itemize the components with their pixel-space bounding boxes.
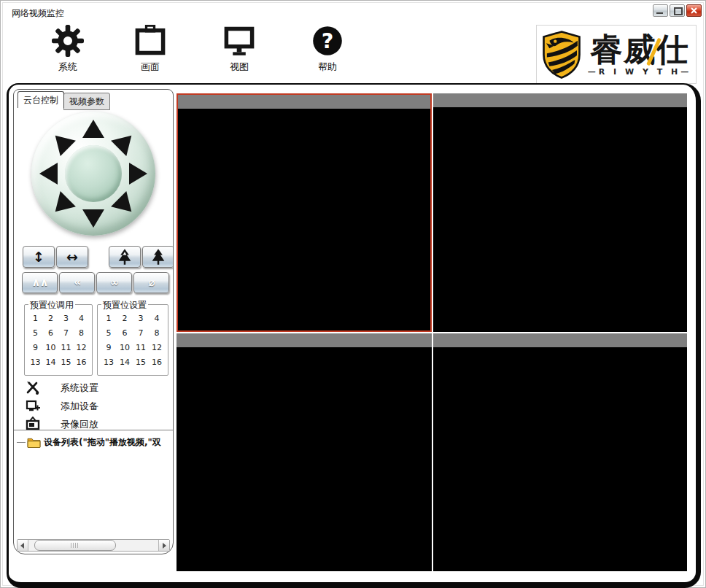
preset-set-number[interactable]: 6 — [117, 328, 133, 338]
minimize-button[interactable] — [653, 4, 668, 17]
preset-call-number[interactable]: 1 — [28, 314, 43, 323]
device-tree: 设备列表("拖动"播放视频,"双 — [14, 430, 173, 538]
brand-latin: —R I W Y T H— — [588, 67, 692, 77]
scroll-track[interactable] — [28, 540, 158, 551]
preset-call-number[interactable]: 5 — [28, 328, 43, 338]
preset-set-number[interactable]: 1 — [101, 314, 117, 323]
help-icon: ? — [311, 25, 344, 57]
video-cell-2[interactable] — [433, 93, 687, 332]
ptz-center-knob[interactable] — [65, 145, 122, 202]
toolbar-label-screen: 画面 — [123, 61, 178, 74]
toolbar-button-help[interactable]: ? 帮助 — [300, 25, 355, 74]
scroll-right-button[interactable] — [158, 540, 169, 551]
preset-call-number[interactable]: 11 — [58, 343, 74, 352]
device-tree-root[interactable]: 设备列表("拖动"播放视频,"双 — [17, 436, 171, 449]
video-cell-3[interactable] — [176, 333, 432, 571]
preset-call-grid: 12345678910111213141516 — [25, 305, 92, 371]
gear-icon — [52, 25, 84, 57]
toolbar-button-view[interactable]: 视图 — [212, 25, 267, 74]
preset-call-number[interactable]: 6 — [43, 328, 58, 338]
preset-set-number[interactable]: 11 — [133, 343, 149, 352]
preset-set-grid: 12345678910111213141516 — [98, 305, 168, 371]
toolbar-button-system[interactable]: 系统 — [40, 25, 96, 74]
menu-item-system-settings[interactable]: 系统设置 — [14, 379, 173, 397]
scroll-right-icon — [163, 543, 166, 549]
close-button[interactable] — [686, 4, 702, 17]
preset-set-number[interactable]: 13 — [101, 357, 117, 367]
preset-call-number[interactable]: 7 — [58, 328, 74, 338]
video-cell-1[interactable] — [176, 93, 432, 332]
preset-set-number[interactable]: 9 — [101, 343, 117, 352]
preset-set-number[interactable]: 14 — [117, 357, 133, 367]
monitor-icon — [223, 25, 255, 57]
menu-item-add-device[interactable]: 添加设备 — [14, 397, 173, 415]
toolbar-label-view: 视图 — [212, 61, 267, 74]
preset-set-number[interactable]: 15 — [133, 357, 149, 367]
minimize-icon — [656, 12, 663, 14]
maximize-icon — [674, 7, 683, 15]
preset-call-number[interactable]: 2 — [43, 314, 58, 323]
preset-call-number[interactable]: 16 — [74, 357, 89, 367]
brand-name: 睿威仕 — [588, 33, 692, 66]
horizontal-arrows-icon: ↔ — [66, 250, 78, 264]
video-cell-4-titlebar — [433, 333, 687, 347]
preset-call-number[interactable]: 15 — [58, 357, 74, 367]
up-left-arrow-icon — [47, 128, 76, 156]
preset-set-number[interactable]: 7 — [133, 328, 149, 338]
playback-icon — [26, 417, 40, 431]
preset-set-number[interactable]: 2 — [117, 314, 133, 323]
diameter-icon: ⌀ — [148, 277, 154, 288]
focus-near-icon: « — [74, 277, 80, 288]
preset-set-number[interactable]: 3 — [133, 314, 149, 323]
zoom-out-button[interactable] — [142, 246, 174, 268]
iris-icon: ∧∧ — [31, 277, 47, 288]
tab-ptz-control[interactable]: 云台控制 — [18, 91, 64, 108]
preset-call-number[interactable]: 8 — [74, 328, 89, 338]
preset-call-number[interactable]: 9 — [28, 343, 43, 352]
vertical-arrows-icon: ↕ — [33, 250, 44, 264]
preset-call-number[interactable]: 13 — [28, 357, 43, 367]
window-title: 网络视频监控 — [12, 7, 64, 20]
preset-set-number[interactable]: 10 — [117, 343, 133, 352]
preset-set-number[interactable]: 4 — [149, 314, 165, 323]
add-device-icon — [26, 398, 40, 413]
focus-near-button[interactable]: « — [59, 272, 95, 293]
video-cell-1-titlebar — [178, 95, 430, 109]
toolbar-button-screen[interactable]: 画面 — [123, 25, 178, 74]
scroll-left-button[interactable] — [18, 540, 28, 551]
vertical-scan-button[interactable]: ↕ — [23, 246, 55, 268]
preset-set-number[interactable]: 5 — [101, 328, 117, 338]
infinity-icon: ∞ — [110, 277, 119, 288]
menu-label-system-settings: 系统设置 — [61, 382, 98, 395]
zoom-in-button[interactable] — [109, 246, 141, 268]
picture-frame-icon — [134, 25, 166, 57]
preset-set-number[interactable]: 12 — [149, 343, 165, 352]
window-titlebar[interactable]: 网络视频监控 — [1, 1, 705, 23]
preset-call-number[interactable]: 10 — [43, 343, 58, 352]
svg-text:?: ? — [322, 28, 334, 53]
eagle-shield-icon — [541, 30, 582, 80]
preset-call-number[interactable]: 4 — [74, 314, 89, 323]
maximize-button[interactable] — [670, 4, 685, 17]
main-content: 云台控制 视频参数 ↕ ↔ — [7, 83, 701, 588]
brand-text-block: 睿威仕 —R I W Y T H— — [588, 33, 692, 77]
video-cell-2-titlebar — [433, 93, 687, 107]
preset-call-number[interactable]: 12 — [74, 343, 89, 352]
video-cell-3-titlebar — [176, 333, 432, 347]
preset-set-number[interactable]: 16 — [149, 357, 165, 367]
scroll-thumb[interactable] — [34, 540, 116, 551]
horizontal-scan-button[interactable]: ↔ — [56, 246, 88, 268]
preset-call-number[interactable]: 3 — [58, 314, 74, 323]
aperture-button[interactable]: ⌀ — [133, 272, 169, 293]
toolbar-label-system: 系统 — [40, 61, 96, 74]
iris-open-button[interactable]: ∧∧ — [22, 272, 58, 293]
preset-call-number[interactable]: 14 — [43, 357, 58, 367]
pine-tree-arrow-icon — [117, 248, 132, 266]
video-cell-4[interactable] — [433, 333, 687, 571]
ptz-direction-pad — [31, 112, 155, 236]
device-tree-hscrollbar — [17, 539, 170, 552]
folder-icon — [27, 437, 41, 448]
ptz-panel: 云台控制 视频参数 ↕ ↔ — [13, 89, 174, 554]
preset-set-number[interactable]: 8 — [149, 328, 165, 338]
focus-far-button[interactable]: ∞ — [96, 272, 132, 293]
